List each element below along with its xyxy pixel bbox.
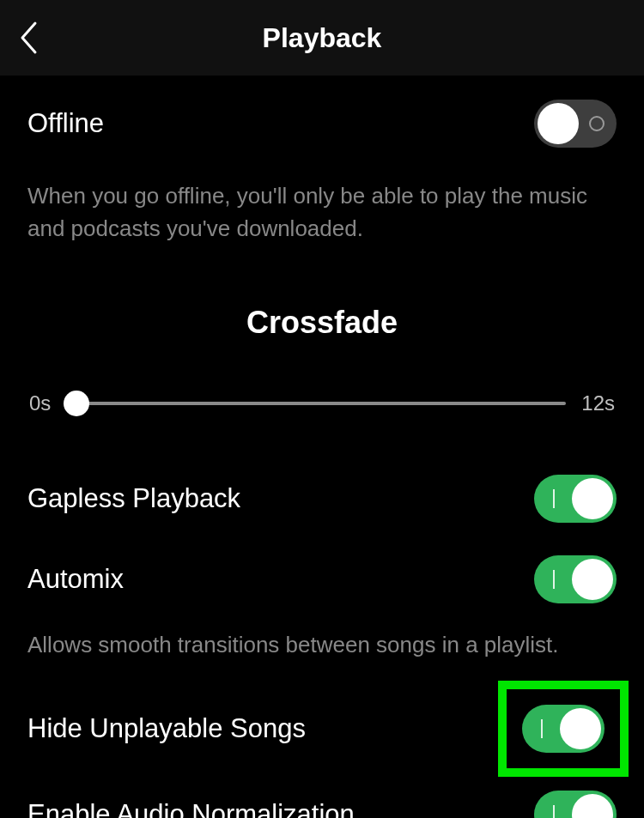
hide-unplayable-label: Hide Unplayable Songs: [27, 713, 306, 744]
automix-toggle[interactable]: [534, 555, 617, 603]
setting-row-audio-normalization: Enable Audio Normalization: [27, 777, 617, 818]
automix-label: Automix: [27, 564, 124, 595]
crossfade-max-label: 12s: [581, 391, 615, 415]
chevron-left-icon: [19, 21, 38, 55]
offline-toggle[interactable]: [534, 100, 617, 148]
gapless-toggle[interactable]: [534, 475, 617, 523]
setting-row-hide-unplayable: Hide Unplayable Songs: [27, 665, 629, 777]
slider-track: [66, 402, 566, 405]
crossfade-min-label: 0s: [29, 391, 51, 415]
toggle-knob: [572, 559, 613, 600]
crossfade-slider-row: 0s 12s: [27, 391, 617, 416]
offline-label: Offline: [27, 108, 104, 139]
header: Playback: [0, 0, 644, 76]
setting-row-gapless: Gapless Playback: [27, 439, 617, 523]
gapless-label: Gapless Playback: [27, 483, 240, 514]
toggle-knob: [572, 794, 613, 818]
crossfade-heading: Crossfade: [27, 305, 617, 341]
toggle-knob: [538, 103, 579, 144]
toggle-on-indicator: [553, 489, 555, 508]
audio-norm-label: Enable Audio Normalization: [27, 799, 355, 818]
toggle-off-indicator: [589, 116, 605, 131]
highlight-annotation: [498, 681, 629, 777]
toggle-on-indicator: [553, 570, 555, 589]
toggle-on-indicator: [541, 719, 543, 738]
setting-row-offline: Offline: [27, 76, 617, 148]
settings-content: Offline When you go offline, you'll only…: [0, 76, 644, 818]
toggle-knob: [560, 708, 601, 749]
crossfade-slider[interactable]: [66, 391, 566, 416]
setting-row-automix: Automix: [27, 523, 617, 603]
audio-norm-toggle[interactable]: [534, 791, 617, 818]
automix-description: Allows smooth transitions between songs …: [27, 629, 617, 662]
hide-unplayable-toggle[interactable]: [522, 705, 605, 753]
slider-thumb: [64, 391, 89, 416]
page-title: Playback: [0, 22, 644, 54]
offline-description: When you go offline, you'll only be able…: [27, 180, 617, 245]
back-button[interactable]: [19, 0, 38, 76]
toggle-on-indicator: [553, 805, 555, 818]
toggle-knob: [572, 478, 613, 519]
